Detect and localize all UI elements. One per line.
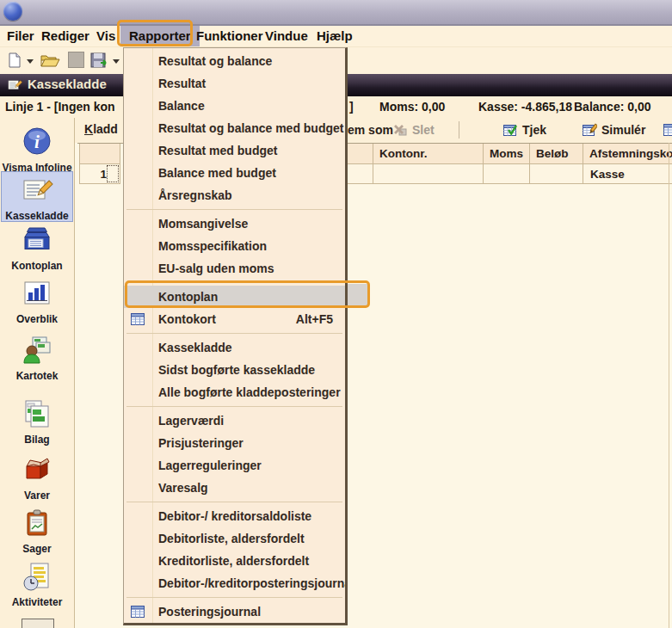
menu-item-prisjusteringer[interactable]: Prisjusteringer xyxy=(124,432,345,454)
menu-item-balance-med-budget[interactable]: Balance med budget xyxy=(124,162,345,184)
menu-item-debitor-kreditorsaldoliste[interactable]: Debitor-/ kreditorsaldoliste xyxy=(124,505,345,527)
navigation-sidebar: iVisma InfolineKassekladdeKontoplanOverb… xyxy=(0,118,75,628)
menu-item-resultat-med-budget[interactable]: Resultat med budget xyxy=(124,139,345,162)
menu-item-momsangivelse[interactable]: Momsangivelse xyxy=(124,212,345,235)
menu-item-varesalg[interactable]: Varesalg xyxy=(124,477,345,499)
save-dropdown-arrow[interactable] xyxy=(113,59,120,64)
menubar-item-vis[interactable]: Vis xyxy=(96,26,115,46)
column-header-kontonr[interactable]: Kontonr. xyxy=(373,144,483,164)
menu-item-balance[interactable]: Balance xyxy=(124,95,345,117)
column-header-beløb[interactable]: Beløb xyxy=(529,144,583,164)
menu-item-label: Debitorliste, aldersfordelt xyxy=(158,532,305,545)
menu-item-label: Årsregnskab xyxy=(158,188,232,202)
sidebar-item-varer[interactable]: Varer xyxy=(0,453,74,502)
menu-item-kreditorliste-aldersfordelt[interactable]: Kreditorliste, aldersfordelt xyxy=(124,550,345,572)
menubar-item-rediger[interactable]: Rediger xyxy=(41,26,89,46)
menu-item-sidst-bogførte-kassekladde[interactable]: Sidst bogførte kassekladde xyxy=(124,359,345,381)
menu-item-label: Resultat og balance xyxy=(158,54,272,68)
menu-item-label: Posteringsjournal xyxy=(158,605,261,619)
menu-item-debitor-kreditorposteringsjournal[interactable]: Debitor-/kreditorposteringsjournal xyxy=(124,572,345,594)
menu-item-label: Resultat xyxy=(158,77,206,90)
sidebar-item-aktiviteter[interactable]: Aktiviteter xyxy=(0,560,74,608)
partial-table-icon[interactable] xyxy=(663,122,672,138)
menu-item-label: Resultat med budget xyxy=(158,144,277,157)
sidebar-item-kartotek[interactable]: Kartotek xyxy=(0,334,74,382)
row-cell-beløb[interactable] xyxy=(529,164,583,184)
menu-item-kassekladde[interactable]: Kassekladde xyxy=(124,336,345,359)
menu-item-lagerreguleringer[interactable]: Lagerreguleringer xyxy=(124,454,345,477)
action-button-label: em som xyxy=(348,123,393,137)
action-button-tjek[interactable]: Tjek xyxy=(502,120,546,139)
menu-item-momsspecifikation[interactable]: Momsspecifikation xyxy=(124,235,345,257)
menu-item-label: Lagerværdi xyxy=(158,414,224,428)
menubar-item-funktioner[interactable]: Funktioner xyxy=(196,26,263,46)
sidebar-item-visma-infoline[interactable]: iVisma Infoline xyxy=(0,126,74,174)
menu-item-debitorliste-aldersfordelt[interactable]: Debitorliste, aldersfordelt xyxy=(124,527,345,550)
check-table-icon xyxy=(502,122,518,138)
column-header-afstemningsko[interactable]: Afstemningsko xyxy=(583,144,672,164)
column-header-moms[interactable]: Moms xyxy=(483,144,529,164)
menubar-item-rapporter[interactable]: Rapporter xyxy=(120,26,200,46)
status-bracket-fragment: ] xyxy=(349,100,354,114)
menubar-item-hjælp[interactable]: Hjælp xyxy=(317,26,353,46)
menubar-item-filer[interactable]: Filer xyxy=(7,26,34,46)
kassekladde-icon xyxy=(7,77,22,93)
row-number-cell[interactable]: 1 xyxy=(79,164,120,184)
row-cell-moms[interactable] xyxy=(483,164,529,184)
menu-separator xyxy=(124,594,345,600)
new-document-icon[interactable] xyxy=(6,52,23,69)
menu-item-shortcut: Alt+F5 xyxy=(296,308,333,330)
menu-item-label: Balance xyxy=(158,99,205,113)
menu-item-eu-salg-uden-moms[interactable]: EU-salg uden moms xyxy=(124,257,345,280)
title-bar xyxy=(0,0,672,26)
sidebar-item-sager[interactable]: Sager xyxy=(0,507,74,555)
delete-icon xyxy=(392,122,408,138)
cell-selection-marker xyxy=(107,165,119,182)
menu-item-label: Kreditorliste, aldersfordelt xyxy=(158,554,309,568)
sidebar-item-label: Aktiviteter xyxy=(0,596,74,608)
simulate-table-icon xyxy=(582,122,597,138)
menu-item-posteringsjournal[interactable]: Posteringsjournal xyxy=(124,600,345,623)
menubar-item-vindue[interactable]: Vindue xyxy=(265,26,308,46)
sidebar-item-kontoplan[interactable]: Kontoplan xyxy=(0,224,74,272)
sidebar-item-label: Kontoplan xyxy=(0,260,74,272)
menu-item-alle-bogførte-kladdeposteringer[interactable]: Alle bogførte kladdeposteringer xyxy=(124,381,345,403)
action-button-em-som[interactable]: em som xyxy=(348,120,393,139)
menu-item-årsregnskab[interactable]: Årsregnskab xyxy=(124,184,345,206)
table-icon xyxy=(663,122,672,138)
menu-item-lagerværdi[interactable]: Lagerværdi xyxy=(124,409,345,432)
menu-item-kontokort[interactable]: KontokortAlt+F5 xyxy=(124,308,345,330)
action-button-simul-r[interactable]: Simulér xyxy=(582,120,645,139)
menu-separator xyxy=(124,403,345,409)
menu-item-resultat-og-balance[interactable]: Resultat og balance xyxy=(124,50,345,72)
sidebar-item-bilag[interactable]: Bilag xyxy=(0,397,74,446)
kladde-button[interactable]: Kladd xyxy=(84,122,118,136)
infoline-icon: i xyxy=(21,126,53,158)
kontoplan-icon xyxy=(21,224,53,256)
bilag-icon xyxy=(21,397,53,430)
sidebar-item-kassekladde[interactable]: Kassekladde xyxy=(1,171,73,222)
sidebar-item-label: Overblik xyxy=(0,313,74,325)
menu-item-label: Kontoplan xyxy=(158,290,218,304)
row-cell-kontonr[interactable] xyxy=(373,164,483,184)
menu-item-label: Momsangivelse xyxy=(158,217,248,231)
menu-item-kontoplan[interactable]: Kontoplan xyxy=(124,286,345,308)
menu-separator xyxy=(124,206,345,212)
menu-item-label: Debitor-/kreditorposteringsjournal xyxy=(158,576,345,590)
status-kasse: Kasse: -4.865,18 xyxy=(478,100,572,114)
new-document-dropdown-arrow[interactable] xyxy=(27,59,34,64)
kassekladde-icon xyxy=(21,174,53,206)
open-folder-icon[interactable] xyxy=(40,52,60,69)
menu-item-label: Kassekladde xyxy=(158,341,232,354)
menu-item-resultat[interactable]: Resultat xyxy=(124,72,345,95)
menu-item-resultat-og-balance-med-budget[interactable]: Resultat og balance med budget xyxy=(124,117,345,139)
sidebar-item-label: Bilag xyxy=(0,434,74,446)
table-icon xyxy=(130,311,145,327)
row-cell-afstemningsko[interactable]: Kasse xyxy=(583,164,672,184)
sidebar-item-overblik[interactable]: Overblik xyxy=(0,277,74,325)
menu-item-label: Alle bogførte kladdeposteringer xyxy=(158,385,341,399)
app-logo-icon[interactable] xyxy=(3,2,22,21)
sidebar-item-label: Kartotek xyxy=(0,370,74,382)
menu-item-label: Prisjusteringer xyxy=(158,436,244,450)
save-export-icon[interactable] xyxy=(89,52,108,69)
